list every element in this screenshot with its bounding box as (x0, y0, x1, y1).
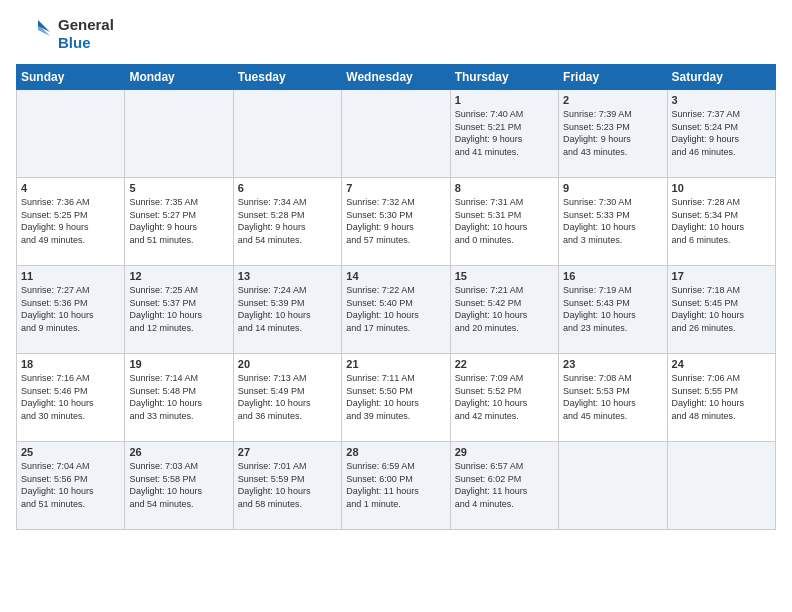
day-number: 25 (21, 446, 120, 458)
day-detail: Sunrise: 7:03 AM Sunset: 5:58 PM Dayligh… (129, 460, 228, 510)
day-detail: Sunrise: 7:28 AM Sunset: 5:34 PM Dayligh… (672, 196, 771, 246)
calendar-cell: 16Sunrise: 7:19 AM Sunset: 5:43 PM Dayli… (559, 266, 667, 354)
day-detail: Sunrise: 7:22 AM Sunset: 5:40 PM Dayligh… (346, 284, 445, 334)
calendar-cell: 4Sunrise: 7:36 AM Sunset: 5:25 PM Daylig… (17, 178, 125, 266)
calendar-week-row: 25Sunrise: 7:04 AM Sunset: 5:56 PM Dayli… (17, 442, 776, 530)
logo: General Blue (16, 16, 114, 52)
day-detail: Sunrise: 7:09 AM Sunset: 5:52 PM Dayligh… (455, 372, 554, 422)
calendar-cell: 7Sunrise: 7:32 AM Sunset: 5:30 PM Daylig… (342, 178, 450, 266)
calendar-week-row: 18Sunrise: 7:16 AM Sunset: 5:46 PM Dayli… (17, 354, 776, 442)
day-number: 24 (672, 358, 771, 370)
day-detail: Sunrise: 7:32 AM Sunset: 5:30 PM Dayligh… (346, 196, 445, 246)
calendar-week-row: 1Sunrise: 7:40 AM Sunset: 5:21 PM Daylig… (17, 90, 776, 178)
calendar-week-row: 4Sunrise: 7:36 AM Sunset: 5:25 PM Daylig… (17, 178, 776, 266)
day-header-sunday: Sunday (17, 65, 125, 90)
day-detail: Sunrise: 7:31 AM Sunset: 5:31 PM Dayligh… (455, 196, 554, 246)
calendar-cell: 12Sunrise: 7:25 AM Sunset: 5:37 PM Dayli… (125, 266, 233, 354)
calendar-header-row: SundayMondayTuesdayWednesdayThursdayFrid… (17, 65, 776, 90)
day-header-thursday: Thursday (450, 65, 558, 90)
calendar-cell: 14Sunrise: 7:22 AM Sunset: 5:40 PM Dayli… (342, 266, 450, 354)
calendar-cell: 3Sunrise: 7:37 AM Sunset: 5:24 PM Daylig… (667, 90, 775, 178)
day-number: 3 (672, 94, 771, 106)
day-header-wednesday: Wednesday (342, 65, 450, 90)
day-number: 13 (238, 270, 337, 282)
calendar-cell: 26Sunrise: 7:03 AM Sunset: 5:58 PM Dayli… (125, 442, 233, 530)
calendar-cell (667, 442, 775, 530)
day-detail: Sunrise: 7:24 AM Sunset: 5:39 PM Dayligh… (238, 284, 337, 334)
day-detail: Sunrise: 7:36 AM Sunset: 5:25 PM Dayligh… (21, 196, 120, 246)
day-detail: Sunrise: 7:39 AM Sunset: 5:23 PM Dayligh… (563, 108, 662, 158)
page-header: General Blue (16, 16, 776, 52)
day-detail: Sunrise: 7:30 AM Sunset: 5:33 PM Dayligh… (563, 196, 662, 246)
calendar-cell: 6Sunrise: 7:34 AM Sunset: 5:28 PM Daylig… (233, 178, 341, 266)
calendar-cell: 17Sunrise: 7:18 AM Sunset: 5:45 PM Dayli… (667, 266, 775, 354)
logo-graphic (16, 16, 52, 52)
day-detail: Sunrise: 7:01 AM Sunset: 5:59 PM Dayligh… (238, 460, 337, 510)
day-detail: Sunrise: 7:04 AM Sunset: 5:56 PM Dayligh… (21, 460, 120, 510)
day-number: 27 (238, 446, 337, 458)
day-detail: Sunrise: 7:27 AM Sunset: 5:36 PM Dayligh… (21, 284, 120, 334)
day-number: 4 (21, 182, 120, 194)
day-header-friday: Friday (559, 65, 667, 90)
day-detail: Sunrise: 7:37 AM Sunset: 5:24 PM Dayligh… (672, 108, 771, 158)
day-detail: Sunrise: 7:11 AM Sunset: 5:50 PM Dayligh… (346, 372, 445, 422)
day-detail: Sunrise: 6:59 AM Sunset: 6:00 PM Dayligh… (346, 460, 445, 510)
day-number: 8 (455, 182, 554, 194)
day-number: 12 (129, 270, 228, 282)
day-number: 15 (455, 270, 554, 282)
calendar-cell: 18Sunrise: 7:16 AM Sunset: 5:46 PM Dayli… (17, 354, 125, 442)
calendar-cell: 22Sunrise: 7:09 AM Sunset: 5:52 PM Dayli… (450, 354, 558, 442)
day-number: 29 (455, 446, 554, 458)
day-number: 5 (129, 182, 228, 194)
day-header-saturday: Saturday (667, 65, 775, 90)
calendar-cell: 20Sunrise: 7:13 AM Sunset: 5:49 PM Dayli… (233, 354, 341, 442)
calendar-cell: 2Sunrise: 7:39 AM Sunset: 5:23 PM Daylig… (559, 90, 667, 178)
day-number: 18 (21, 358, 120, 370)
day-number: 7 (346, 182, 445, 194)
calendar-table: SundayMondayTuesdayWednesdayThursdayFrid… (16, 64, 776, 530)
calendar-week-row: 11Sunrise: 7:27 AM Sunset: 5:36 PM Dayli… (17, 266, 776, 354)
day-detail: Sunrise: 7:35 AM Sunset: 5:27 PM Dayligh… (129, 196, 228, 246)
day-detail: Sunrise: 6:57 AM Sunset: 6:02 PM Dayligh… (455, 460, 554, 510)
calendar-cell (342, 90, 450, 178)
day-detail: Sunrise: 7:25 AM Sunset: 5:37 PM Dayligh… (129, 284, 228, 334)
day-detail: Sunrise: 7:06 AM Sunset: 5:55 PM Dayligh… (672, 372, 771, 422)
calendar-cell: 28Sunrise: 6:59 AM Sunset: 6:00 PM Dayli… (342, 442, 450, 530)
calendar-cell: 10Sunrise: 7:28 AM Sunset: 5:34 PM Dayli… (667, 178, 775, 266)
calendar-cell: 11Sunrise: 7:27 AM Sunset: 5:36 PM Dayli… (17, 266, 125, 354)
day-number: 10 (672, 182, 771, 194)
day-number: 28 (346, 446, 445, 458)
day-number: 11 (21, 270, 120, 282)
day-number: 17 (672, 270, 771, 282)
day-header-monday: Monday (125, 65, 233, 90)
calendar-cell: 29Sunrise: 6:57 AM Sunset: 6:02 PM Dayli… (450, 442, 558, 530)
day-detail: Sunrise: 7:34 AM Sunset: 5:28 PM Dayligh… (238, 196, 337, 246)
logo-container: General Blue (16, 16, 114, 52)
calendar-cell (559, 442, 667, 530)
day-detail: Sunrise: 7:14 AM Sunset: 5:48 PM Dayligh… (129, 372, 228, 422)
calendar-cell: 13Sunrise: 7:24 AM Sunset: 5:39 PM Dayli… (233, 266, 341, 354)
day-number: 16 (563, 270, 662, 282)
calendar-cell: 19Sunrise: 7:14 AM Sunset: 5:48 PM Dayli… (125, 354, 233, 442)
day-number: 21 (346, 358, 445, 370)
day-detail: Sunrise: 7:16 AM Sunset: 5:46 PM Dayligh… (21, 372, 120, 422)
day-number: 20 (238, 358, 337, 370)
calendar-cell (17, 90, 125, 178)
day-number: 1 (455, 94, 554, 106)
day-number: 9 (563, 182, 662, 194)
day-detail: Sunrise: 7:21 AM Sunset: 5:42 PM Dayligh… (455, 284, 554, 334)
calendar-cell: 23Sunrise: 7:08 AM Sunset: 5:53 PM Dayli… (559, 354, 667, 442)
day-detail: Sunrise: 7:40 AM Sunset: 5:21 PM Dayligh… (455, 108, 554, 158)
day-number: 19 (129, 358, 228, 370)
calendar-cell: 5Sunrise: 7:35 AM Sunset: 5:27 PM Daylig… (125, 178, 233, 266)
day-detail: Sunrise: 7:13 AM Sunset: 5:49 PM Dayligh… (238, 372, 337, 422)
day-number: 2 (563, 94, 662, 106)
day-number: 14 (346, 270, 445, 282)
logo-text: General Blue (58, 16, 114, 52)
calendar-cell: 8Sunrise: 7:31 AM Sunset: 5:31 PM Daylig… (450, 178, 558, 266)
day-number: 6 (238, 182, 337, 194)
day-number: 26 (129, 446, 228, 458)
calendar-cell: 27Sunrise: 7:01 AM Sunset: 5:59 PM Dayli… (233, 442, 341, 530)
calendar-cell (233, 90, 341, 178)
calendar-cell (125, 90, 233, 178)
